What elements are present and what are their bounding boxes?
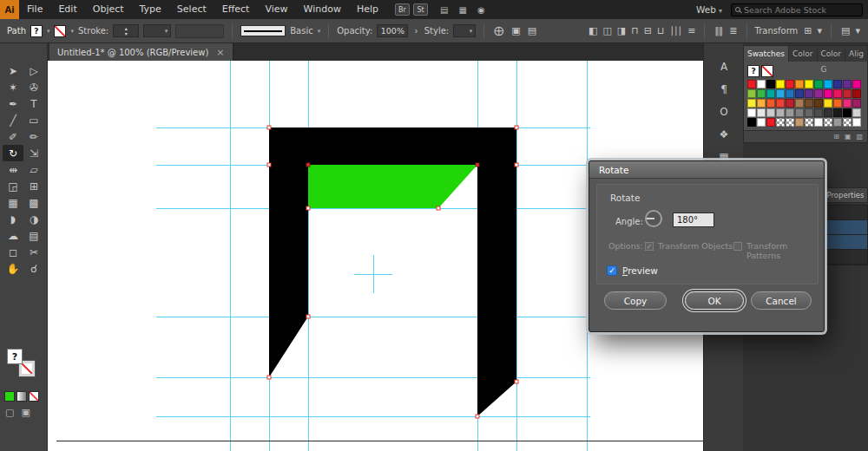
anchor-point[interactable] xyxy=(476,163,479,167)
rotated-green-shape[interactable] xyxy=(308,165,477,208)
menu-type[interactable]: Type xyxy=(132,0,169,19)
anchor-point[interactable] xyxy=(476,415,479,418)
swatch-r2-c2[interactable] xyxy=(766,99,775,108)
mesh-tool[interactable]: ▦ xyxy=(3,194,23,211)
anchor-point[interactable] xyxy=(306,315,310,318)
search-input[interactable] xyxy=(744,5,848,15)
distribute-v-icon[interactable]: ≡ xyxy=(686,25,696,36)
document-setup-icon[interactable]: ▣ xyxy=(510,25,522,36)
swatch-r2-c5[interactable] xyxy=(795,99,804,108)
align-h-center-icon[interactable]: ◫ xyxy=(601,25,612,36)
swatch-r0-c6[interactable] xyxy=(805,80,813,88)
copy-button[interactable]: Copy xyxy=(604,291,667,310)
swatch-r3-c9[interactable] xyxy=(833,108,842,117)
tab-alig[interactable]: Alig xyxy=(845,46,868,62)
swatch-r3-c3[interactable] xyxy=(776,108,785,117)
swatch-r4-c8[interactable] xyxy=(824,118,832,127)
transform-objects-checkbox[interactable] xyxy=(645,242,654,251)
swatch-r4-c6[interactable] xyxy=(805,118,813,127)
swatch-r3-c10[interactable] xyxy=(843,108,852,117)
bridge-badge[interactable]: Br xyxy=(395,3,410,16)
artboard-tool[interactable]: ◻ xyxy=(3,244,23,260)
paintbrush-tool[interactable]: ✐ xyxy=(3,128,23,145)
new-swatch-icon[interactable]: ▣ xyxy=(845,133,852,141)
direct-selection-tool[interactable]: ▷ xyxy=(23,62,44,79)
swatch-r2-c6[interactable] xyxy=(805,99,813,108)
swatch-r3-c8[interactable] xyxy=(824,108,832,117)
draw-mode-icon[interactable]: ▢ xyxy=(5,407,14,418)
column-graph-tool[interactable]: ▤ xyxy=(23,227,44,244)
swatch-r2-c4[interactable] xyxy=(786,99,794,108)
align-v-center-icon[interactable]: ⊟ xyxy=(642,25,653,36)
transform-grid-icon[interactable]: ⊞ xyxy=(802,25,812,36)
anchor-point[interactable] xyxy=(306,206,310,210)
swatch-r3-c5[interactable] xyxy=(795,108,804,117)
menu-file[interactable]: File xyxy=(19,0,50,19)
tab-color-g[interactable]: Color G xyxy=(818,46,846,62)
swatch-r4-c1[interactable] xyxy=(757,118,766,127)
perspective-grid-tool[interactable]: ⊞ xyxy=(23,178,44,194)
tab-swatches[interactable]: Swatches xyxy=(744,46,789,62)
distribute-space-h-icon[interactable]: ‖‖ xyxy=(713,25,724,36)
dialog-titlebar[interactable]: Rotate xyxy=(589,161,824,179)
free-transform-tool[interactable]: ▱ xyxy=(23,161,44,178)
angle-dial[interactable] xyxy=(645,210,662,227)
mini-swatch-2[interactable] xyxy=(29,391,39,402)
menu-effect[interactable]: Effect xyxy=(214,0,258,19)
style-dropdown[interactable]: ▾ xyxy=(453,24,476,37)
swatch-r3-c11[interactable] xyxy=(852,108,861,117)
swatch-r2-c7[interactable] xyxy=(814,99,823,108)
menu-select[interactable]: Select xyxy=(169,0,214,19)
swatch-r3-c1[interactable] xyxy=(757,108,766,117)
stroke-proxy[interactable] xyxy=(54,25,66,37)
document-layout-icon[interactable]: ▦ xyxy=(455,5,470,15)
swatch-r1-c10[interactable] xyxy=(843,89,852,98)
mini-swatch-1[interactable] xyxy=(16,391,27,402)
stock-badge[interactable]: St xyxy=(413,3,428,16)
delete-swatch-icon[interactable]: ▥ xyxy=(856,133,863,141)
pen-tool[interactable]: ✒ xyxy=(3,95,23,112)
swatch-r0-c10[interactable] xyxy=(843,80,852,88)
paragraph-panel-icon[interactable]: ¶ xyxy=(704,78,744,101)
appearance-panel-icon[interactable]: ❖ xyxy=(704,123,744,146)
swatch-r4-c2[interactable] xyxy=(766,118,775,127)
transform-caret-icon[interactable]: ▾ xyxy=(816,25,824,36)
line-segment-tool[interactable]: ╱ xyxy=(3,112,23,128)
pencil-tool[interactable]: ✏ xyxy=(23,128,44,145)
swatch-r0-c9[interactable] xyxy=(833,80,842,88)
opacity-more-button[interactable]: › xyxy=(412,25,419,36)
anchor-point[interactable] xyxy=(267,126,271,129)
scale-tool[interactable]: ⇲ xyxy=(23,145,44,161)
workspace-switcher[interactable]: Web▾ xyxy=(696,4,722,16)
distribute-space-v-icon[interactable]: ≣ xyxy=(727,25,738,36)
rotate-tool[interactable]: ↻ xyxy=(3,145,23,161)
left-column-shape[interactable] xyxy=(269,165,308,377)
swatch-r1-c6[interactable] xyxy=(805,89,813,98)
panel-options-icon[interactable]: ▤ xyxy=(839,25,851,36)
magic-wand-tool[interactable]: ✶ xyxy=(3,79,23,95)
swatch-r0-c5[interactable] xyxy=(795,80,804,88)
anchor-point[interactable] xyxy=(515,163,518,167)
question-swatch[interactable]: ? xyxy=(747,65,760,77)
document-tab[interactable]: Untitled-1* @ 100% (RGB/Preview) × xyxy=(49,43,233,61)
character-panel-icon[interactable]: A xyxy=(704,56,744,78)
anchor-point[interactable] xyxy=(437,206,440,210)
document-info-icon[interactable]: ⨁ xyxy=(492,25,505,36)
swatch-r4-c7[interactable] xyxy=(814,118,823,127)
lasso-tool[interactable]: ✇ xyxy=(23,79,44,95)
distribute-h-icon[interactable]: ∣∣∣ xyxy=(668,25,684,36)
symbol-sprayer-tool[interactable]: ☁ xyxy=(3,227,23,244)
swatch-r1-c11[interactable] xyxy=(852,89,861,98)
rectangle-tool[interactable]: ▭ xyxy=(23,112,44,128)
zoom-tool[interactable]: ☌ xyxy=(23,260,44,277)
swatch-r4-c0[interactable] xyxy=(747,118,756,127)
swatch-libraries-icon[interactable]: ⊞ xyxy=(833,133,839,141)
tab-color[interactable]: Color xyxy=(789,46,818,62)
swatch-r2-c1[interactable] xyxy=(757,99,766,108)
screen-mode-icon[interactable]: ▣ xyxy=(21,407,30,418)
swatch-r1-c9[interactable] xyxy=(833,89,842,98)
align-right-icon[interactable]: ◨ xyxy=(615,25,627,36)
transform-patterns-checkbox[interactable] xyxy=(733,242,742,251)
menu-help[interactable]: Help xyxy=(349,0,386,19)
close-icon[interactable]: × xyxy=(216,47,224,58)
